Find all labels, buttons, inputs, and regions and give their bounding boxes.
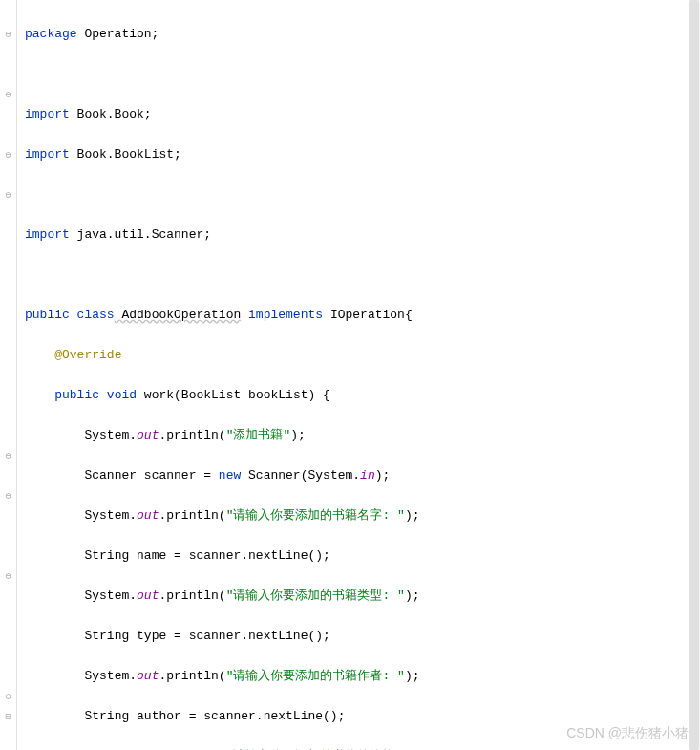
code-content[interactable]: package Operation; import Book.Book; imp… bbox=[17, 0, 700, 750]
code-line[interactable] bbox=[25, 184, 700, 204]
code-line[interactable]: import java.util.Scanner; bbox=[25, 225, 700, 245]
code-line[interactable]: System.out.println("添加书籍"); bbox=[25, 425, 700, 445]
code-line[interactable]: import Book.Book; bbox=[25, 104, 700, 124]
fold-mark[interactable] bbox=[0, 44, 16, 64]
code-line[interactable]: import Book.BookList; bbox=[25, 144, 700, 164]
fold-mark[interactable] bbox=[0, 104, 16, 124]
fold-mark[interactable] bbox=[0, 285, 16, 305]
fold-mark[interactable]: ⊖ bbox=[0, 84, 16, 104]
fold-mark[interactable]: ⊟ bbox=[0, 706, 16, 726]
fold-mark[interactable]: ⊖ bbox=[0, 686, 16, 706]
fold-mark[interactable] bbox=[0, 666, 16, 686]
fold-mark[interactable]: ⊖ bbox=[0, 445, 16, 465]
code-line[interactable]: String name = scanner.nextLine(); bbox=[25, 546, 700, 566]
code-line[interactable] bbox=[25, 265, 700, 285]
code-line[interactable]: public void work(BookList bookList) { bbox=[25, 385, 700, 405]
fold-mark[interactable] bbox=[0, 465, 16, 485]
editor-gutter[interactable]: ⊖ ⊖ ⊖ ⊖ ⊖ ⊖ ⊖ ⊖ ⊟ bbox=[0, 0, 17, 750]
fold-mark[interactable] bbox=[0, 245, 16, 265]
code-line[interactable]: @Override bbox=[25, 345, 700, 365]
scrollbar-thumb[interactable] bbox=[689, 0, 699, 750]
fold-mark[interactable]: ⊖ bbox=[0, 566, 16, 586]
code-line[interactable]: System.out.println("请输入你要添加的书籍类型: "); bbox=[25, 586, 700, 606]
code-editor[interactable]: ⊖ ⊖ ⊖ ⊖ ⊖ ⊖ ⊖ ⊖ ⊟ package Opera bbox=[0, 0, 700, 750]
code-line[interactable]: Scanner scanner = new Scanner(System.in)… bbox=[25, 465, 700, 485]
fold-mark[interactable] bbox=[0, 265, 16, 285]
fold-mark[interactable] bbox=[0, 505, 16, 525]
code-line[interactable]: String type = scanner.nextLine(); bbox=[25, 626, 700, 646]
code-line[interactable]: public class AddbookOperation implements… bbox=[25, 305, 700, 325]
fold-mark[interactable] bbox=[0, 164, 16, 184]
fold-mark[interactable] bbox=[0, 365, 16, 385]
fold-mark[interactable]: ⊖ bbox=[0, 485, 16, 505]
fold-mark[interactable] bbox=[0, 204, 16, 225]
fold-mark[interactable] bbox=[0, 646, 16, 666]
code-line[interactable] bbox=[25, 64, 700, 84]
fold-mark[interactable] bbox=[0, 525, 16, 546]
scrollbar-vertical[interactable] bbox=[689, 0, 700, 750]
fold-mark[interactable]: ⊖ bbox=[0, 144, 16, 164]
fold-mark[interactable] bbox=[0, 405, 16, 425]
fold-mark[interactable] bbox=[0, 225, 16, 245]
fold-mark[interactable]: ⊖ bbox=[0, 184, 16, 204]
fold-mark[interactable] bbox=[0, 626, 16, 646]
fold-mark[interactable] bbox=[0, 325, 16, 345]
fold-mark[interactable]: ⊖ bbox=[0, 24, 16, 44]
fold-mark[interactable] bbox=[0, 586, 16, 606]
code-line[interactable]: System.out.println("请输入你要添加的书籍作者: "); bbox=[25, 666, 700, 686]
fold-mark[interactable] bbox=[0, 124, 16, 144]
fold-mark[interactable] bbox=[0, 385, 16, 405]
fold-mark[interactable] bbox=[0, 425, 16, 445]
code-line[interactable]: String author = scanner.nextLine(); bbox=[25, 706, 700, 726]
fold-mark[interactable] bbox=[0, 4, 16, 24]
code-line[interactable]: System.out.println("请输入你要添加的书籍名字: "); bbox=[25, 505, 700, 525]
code-line[interactable]: package Operation; bbox=[25, 24, 700, 44]
fold-mark[interactable] bbox=[0, 546, 16, 566]
fold-mark[interactable] bbox=[0, 606, 16, 626]
fold-mark[interactable] bbox=[0, 64, 16, 84]
fold-mark[interactable] bbox=[0, 345, 16, 365]
fold-mark[interactable] bbox=[0, 305, 16, 325]
code-line[interactable]: System.out.println("请输入你要添加的书籍的价格: "); bbox=[25, 746, 700, 750]
